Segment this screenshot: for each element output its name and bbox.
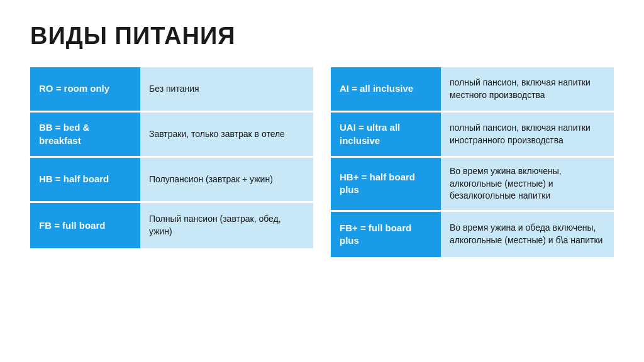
tables-container: RO = room onlyБез питанияBB = bed & brea… (30, 67, 614, 339)
cell-label: BB = bed & breakfast (30, 112, 140, 156)
left-table: RO = room onlyБез питанияBB = bed & brea… (30, 67, 313, 339)
cell-desc: Полупансион (завтрак + ужин) (140, 158, 313, 201)
cell-desc: полный пансион, включая напитки местного… (441, 67, 614, 111)
table-row: UAI = ultra all inclusiveполный пансион,… (331, 112, 614, 158)
cell-label: FB+ = full board plus (331, 212, 441, 257)
table-row: FB+ = full board plusВо время ужина и об… (331, 212, 614, 257)
cell-label: AI = all inclusive (331, 67, 441, 111)
table-row: HB+ = half board plusВо время ужина вклю… (331, 158, 614, 212)
cell-desc: Во время ужина включены, алкогольные (ме… (441, 158, 614, 210)
table-row: FB = full boardПолный пансион (завтрак, … (30, 203, 313, 248)
right-table: AI = all inclusiveполный пансион, включа… (331, 67, 614, 339)
cell-desc: полный пансион, включая напитки иностран… (441, 112, 614, 156)
cell-label: RO = room only (30, 67, 140, 111)
table-row: BB = bed & breakfastЗавтраки, только зав… (30, 112, 313, 158)
table-row: RO = room onlyБез питания (30, 67, 313, 112)
slide: ВИДЫ ПИТАНИЯ RO = room onlyБез питанияBB… (0, 0, 644, 362)
cell-desc: Завтраки, только завтрак в отеле (140, 112, 313, 156)
table-row: AI = all inclusiveполный пансион, включа… (331, 67, 614, 112)
cell-label: HB = half board (30, 158, 140, 201)
cell-desc: Во время ужина и обеда включены, алкогол… (441, 212, 614, 257)
cell-desc: Без питания (140, 67, 313, 111)
table-row: HB = half boardПолупансион (завтрак + уж… (30, 158, 313, 203)
cell-label: FB = full board (30, 203, 140, 248)
cell-label: HB+ = half board plus (331, 158, 441, 210)
cell-label: UAI = ultra all inclusive (331, 112, 441, 156)
page-title: ВИДЫ ПИТАНИЯ (30, 23, 614, 50)
cell-desc: Полный пансион (завтрак, обед, ужин) (140, 203, 313, 248)
